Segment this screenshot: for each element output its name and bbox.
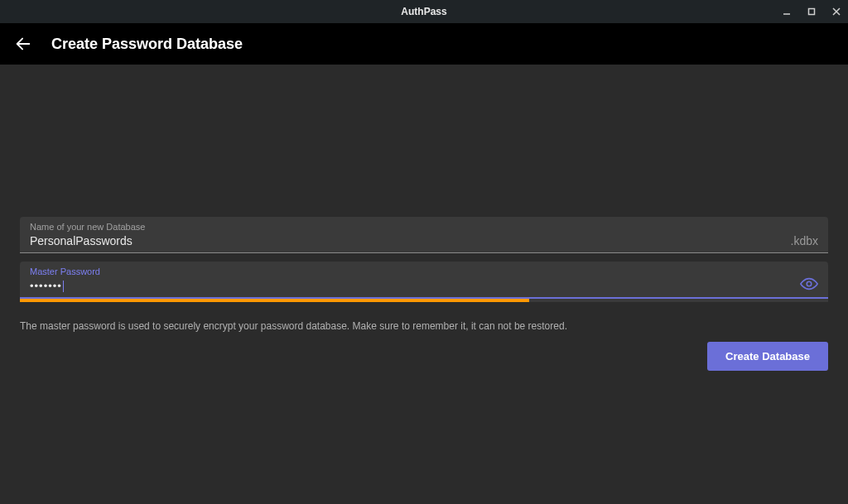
password-strength-fill xyxy=(20,299,529,302)
master-password-label: Master Password xyxy=(30,266,790,276)
back-button[interactable] xyxy=(13,34,33,54)
svg-rect-1 xyxy=(809,9,815,15)
minimize-icon xyxy=(783,7,791,16)
svg-point-2 xyxy=(807,282,812,287)
page-title: Create Password Database xyxy=(51,36,243,53)
database-extension-suffix: .kdbx xyxy=(791,234,818,249)
arrow-left-icon xyxy=(14,35,32,53)
master-password-input[interactable]: ••••••• xyxy=(30,277,790,294)
database-name-label: Name of your new Database xyxy=(30,222,781,232)
maximize-button[interactable] xyxy=(805,5,818,18)
text-cursor xyxy=(63,281,64,292)
database-name-input-wrapper[interactable]: Name of your new Database .kdbx xyxy=(20,217,828,252)
main-content: Name of your new Database .kdbx Master P… xyxy=(0,65,848,371)
eye-icon xyxy=(800,275,818,293)
database-name-field-group: Name of your new Database .kdbx xyxy=(20,217,828,253)
password-masked-value: ••••••• xyxy=(30,280,62,292)
window-controls xyxy=(780,5,843,18)
button-row: Create Database xyxy=(20,342,828,371)
close-icon xyxy=(831,7,841,17)
toggle-password-visibility-button[interactable] xyxy=(800,276,818,294)
database-name-input[interactable] xyxy=(30,233,781,249)
close-button[interactable] xyxy=(830,5,843,18)
helper-text: The master password is used to securely … xyxy=(20,320,828,332)
maximize-icon xyxy=(807,7,816,16)
window-title: AuthPass xyxy=(401,6,446,17)
database-name-underline xyxy=(20,252,828,253)
window-titlebar: AuthPass xyxy=(0,0,848,23)
minimize-button[interactable] xyxy=(780,5,793,18)
app-bar: Create Password Database xyxy=(0,23,848,65)
master-password-input-wrapper[interactable]: Master Password ••••••• xyxy=(20,262,828,297)
password-strength-bar xyxy=(20,299,828,302)
create-database-button[interactable]: Create Database xyxy=(707,342,828,371)
master-password-field-group: Master Password ••••••• xyxy=(20,262,828,302)
